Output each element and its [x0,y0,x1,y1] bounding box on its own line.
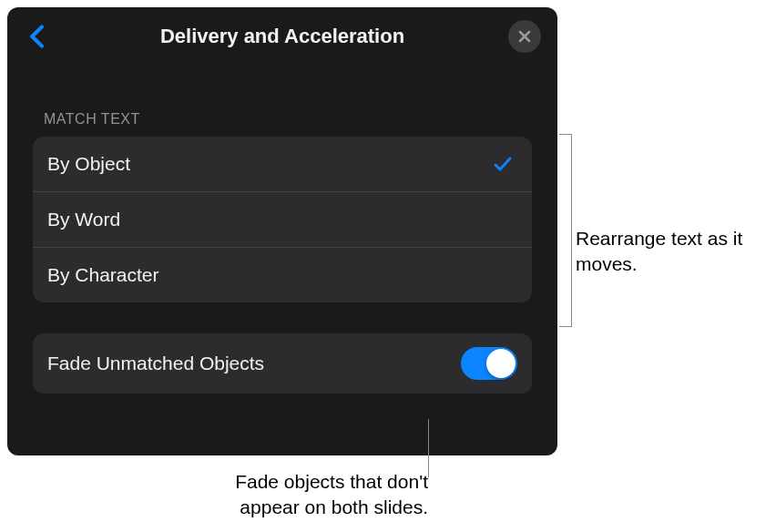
fade-unmatched-toggle[interactable] [461,347,517,380]
callout-rearrange: Rearrange text as it moves. [576,226,776,278]
close-icon [517,29,532,44]
option-label: By Word [47,209,120,230]
section-header: MATCH TEXT [7,60,557,137]
callout-bracket [559,134,572,327]
toggle-knob [486,349,516,378]
match-text-options: By Object By Word By Character [33,137,532,302]
chevron-left-icon [28,25,45,48]
callout-leader [428,419,429,477]
toggle-label: Fade Unmatched Objects [47,353,264,374]
option-label: By Object [47,153,130,175]
callout-fade: Fade objects that don't appear on both s… [173,469,428,521]
checkmark-icon [492,153,514,175]
fade-unmatched-group: Fade Unmatched Objects [33,333,532,394]
option-by-character[interactable]: By Character [33,248,532,302]
panel-header: Delivery and Acceleration [7,7,557,60]
back-button[interactable] [24,24,49,49]
close-button[interactable] [508,20,541,53]
panel-title: Delivery and Acceleration [160,25,404,48]
option-by-object[interactable]: By Object [33,137,532,192]
settings-panel: Delivery and Acceleration MATCH TEXT By … [7,7,557,455]
option-by-word[interactable]: By Word [33,192,532,248]
fade-unmatched-row: Fade Unmatched Objects [33,333,532,394]
option-label: By Character [47,264,159,286]
